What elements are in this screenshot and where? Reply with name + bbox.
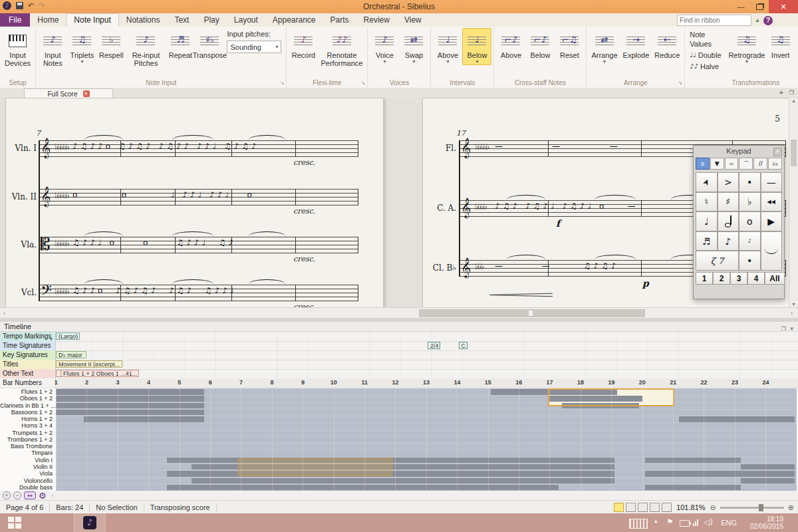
timeline-event-flutes-1-2-oboes-1-41[interactable]: Flutes 1 + 2 Oboes 1 ...41... <box>61 370 139 377</box>
timeline-event-2-4[interactable]: 2/4 <box>428 342 440 349</box>
zoom-in-icon[interactable]: ⊕ <box>788 503 794 512</box>
ribbon-button-invert[interactable]: ♫Invert <box>766 28 795 60</box>
timeline-instrument-trombones-1-2[interactable]: Trombones 1 + 2 <box>0 436 55 443</box>
dropdown-arrow-icon[interactable]: ▾ <box>80 59 83 65</box>
keypad-close-icon[interactable]: ✕ <box>773 148 782 156</box>
help-icon[interactable]: ? <box>763 16 773 25</box>
keypad-key-rest[interactable]: ζ 7 <box>696 251 739 271</box>
timeline-instrument-oboes-1-2[interactable]: Oboes 1 + 2 <box>0 395 55 402</box>
keypad-tab-articulations[interactable]: ⌒ <box>739 158 753 170</box>
keypad-voice-3[interactable]: 3 <box>730 272 747 285</box>
ribbon-button-below[interactable]: ⌐♪Below <box>525 28 555 60</box>
keypad-voice-all[interactable]: All <box>765 272 785 285</box>
tab-home[interactable]: Home <box>30 14 66 27</box>
score-area[interactable]: Vln. I𝄞♭♭♭♭♭♪♫♪♪o ♫♪♫♪ ♪♫♪♪ ♪♪♩ ♫♪♫♪cres… <box>0 98 798 307</box>
ribbon-button-reset[interactable]: ⌐♫Reset <box>555 28 584 60</box>
zoom-out-icon[interactable]: ⊖ <box>710 503 716 512</box>
find-in-ribbon-input[interactable] <box>677 15 751 26</box>
timeline-fit-width-button[interactable]: ↔ <box>24 491 36 499</box>
keypad-key-sharp[interactable]: ♯ <box>718 192 739 212</box>
dialog-launcher-icon[interactable]: ↘ <box>361 78 366 87</box>
touch-keyboard-icon[interactable] <box>629 519 648 529</box>
view-mode-spread-icon[interactable] <box>638 503 648 512</box>
keypad-tab-accidentals[interactable]: ♭♭ <box>768 158 782 170</box>
ribbon-button-swap[interactable]: ⇄Swap▾ <box>399 28 428 65</box>
zoom-slider[interactable] <box>720 507 784 509</box>
dialog-launcher-icon[interactable]: ↘ <box>678 78 683 87</box>
tab-note-input[interactable]: Note Input <box>66 13 118 27</box>
keypad-tab-common-notes[interactable]: o <box>696 158 710 170</box>
timeline-instrument-violoncello[interactable]: Violoncello <box>0 477 55 484</box>
tab-file[interactable]: File <box>0 13 30 27</box>
tab-appearance[interactable]: Appearance <box>265 14 323 27</box>
keypad-key-grace-note[interactable]: ♪ <box>739 231 761 251</box>
ribbon-button-explode[interactable]: →Explode <box>620 28 652 60</box>
timeline-zoom-out-button[interactable]: − <box>13 491 21 499</box>
tab-close-icon[interactable]: ✕ <box>83 90 90 97</box>
start-button[interactable] <box>8 517 21 529</box>
timeline-event-d-major[interactable]: D♭ major <box>56 351 86 358</box>
keypad-tab-beams[interactable]: = <box>725 158 739 170</box>
keypad-voice-4[interactable]: 4 <box>747 272 765 285</box>
dropdown-arrow-icon[interactable]: ▾ <box>412 59 415 65</box>
keypad-key-sixteenth-note[interactable]: ♬ <box>696 231 718 251</box>
ribbon-button-triplets[interactable]: ♫Triplets▾ <box>67 28 96 65</box>
timeline-instrument-horns-3-4[interactable]: Horns 3 + 4 <box>0 422 55 429</box>
tab-notations[interactable]: Notations <box>119 14 168 27</box>
show-hidden-icons-chevron[interactable]: ▴ <box>654 517 658 524</box>
keypad-key-rewind[interactable]: ◀◀ <box>761 192 783 212</box>
network-icon[interactable] <box>693 519 698 526</box>
timeline-instrument-violin-i[interactable]: Violin I <box>0 457 55 464</box>
status-bars[interactable]: Bars: 24 <box>50 503 90 512</box>
input-pitches-select[interactable]: Sounding▾ <box>227 41 281 53</box>
keypad-tab-jazz[interactable]: // <box>753 158 767 170</box>
ribbon-button-voice[interactable]: ♪Voice▾ <box>370 28 399 65</box>
status-transposing[interactable]: Transposing score <box>144 503 217 512</box>
timeline-settings-icon[interactable]: ⚙ <box>39 491 47 500</box>
timeline-scroll-left-icon[interactable]: ‹ <box>52 492 54 499</box>
ribbon-button-below[interactable]: ♩Below▾ <box>462 28 491 65</box>
vertical-scrollbar[interactable]: ▲ ▼ <box>789 98 798 307</box>
ribbon-button-input-devices[interactable]: Input Devices <box>2 28 33 68</box>
minimize-button[interactable]: — <box>732 0 750 13</box>
ribbon-button-repeat[interactable]: ♬Repeat <box>166 28 195 60</box>
language-indicator[interactable]: ENG <box>721 519 737 527</box>
ribbon-button-record[interactable]: ♪Record <box>289 28 318 60</box>
ribbon-button-re-input-pitches[interactable]: ♪Re-input Pitches <box>126 28 166 68</box>
keypad-key-tenuto[interactable]: — <box>761 172 783 192</box>
keypad-key-accent[interactable]: > <box>718 172 739 192</box>
zoom-slider-handle[interactable] <box>759 504 763 511</box>
document-tab-full-score[interactable]: Full Score ✕ <box>24 88 113 98</box>
keypad-voice-1[interactable]: 1 <box>696 272 713 285</box>
ribbon-button-more[interactable]: ♬More▾ <box>795 28 798 65</box>
horizontal-scroll-thumb[interactable] <box>419 309 645 317</box>
keypad-window[interactable]: Keypad ✕ o▼=⌒//♭♭ ➤>•—♮♯♭◀◀♩o▶♬♪♪ζ 7•123… <box>693 145 785 299</box>
ribbon-button-above[interactable]: ♩Above▾ <box>433 28 462 65</box>
vertical-scroll-thumb[interactable] <box>791 140 797 166</box>
timeline-instrument-flutes-1-2[interactable]: Flutes 1 + 2 <box>0 388 55 395</box>
action-center-flag-icon[interactable]: ⚑ <box>666 517 674 527</box>
ribbon-button-input-notes[interactable]: ♪Input Notes <box>38 28 67 68</box>
ribbon-button-renotate-performance[interactable]: ♪♪Renotate Performance <box>318 28 365 68</box>
timeline-instrument-viola[interactable]: Viola <box>0 470 55 477</box>
view-mode-panorama-icon[interactable] <box>614 503 624 512</box>
dropdown-arrow-icon[interactable]: ▾ <box>383 59 386 65</box>
status-page[interactable]: Page 4 of 6 <box>0 503 50 512</box>
restore-button[interactable] <box>750 0 769 13</box>
ribbon-button-note-values[interactable]: Note Values <box>690 30 725 49</box>
scroll-down-icon[interactable]: ▼ <box>791 302 796 307</box>
ribbon-button-arrange[interactable]: ⇄Arrange▾ <box>589 28 620 65</box>
keypad-voice-2[interactable]: 2 <box>713 272 730 285</box>
scroll-up-icon[interactable]: ▲ <box>791 98 796 103</box>
dialog-launcher-icon[interactable]: ↘ <box>280 78 285 87</box>
timeline-instrument-double-bass[interactable]: Double bass <box>0 484 55 491</box>
tab-view[interactable]: View <box>397 14 429 27</box>
timeline-zoom-in-button[interactable]: + <box>3 491 11 499</box>
ribbon-button-above[interactable]: ⌐♪Above <box>496 28 525 60</box>
ribbon-button-double[interactable]: ♩♩Double <box>690 51 725 60</box>
dropdown-arrow-icon[interactable]: ▾ <box>446 59 449 65</box>
keypad-key-natural[interactable]: ♮ <box>696 192 718 212</box>
keypad-key-whole-note[interactable]: o <box>739 211 761 231</box>
new-tab-button[interactable]: + <box>779 88 783 96</box>
keypad-key-tie[interactable] <box>761 231 783 271</box>
